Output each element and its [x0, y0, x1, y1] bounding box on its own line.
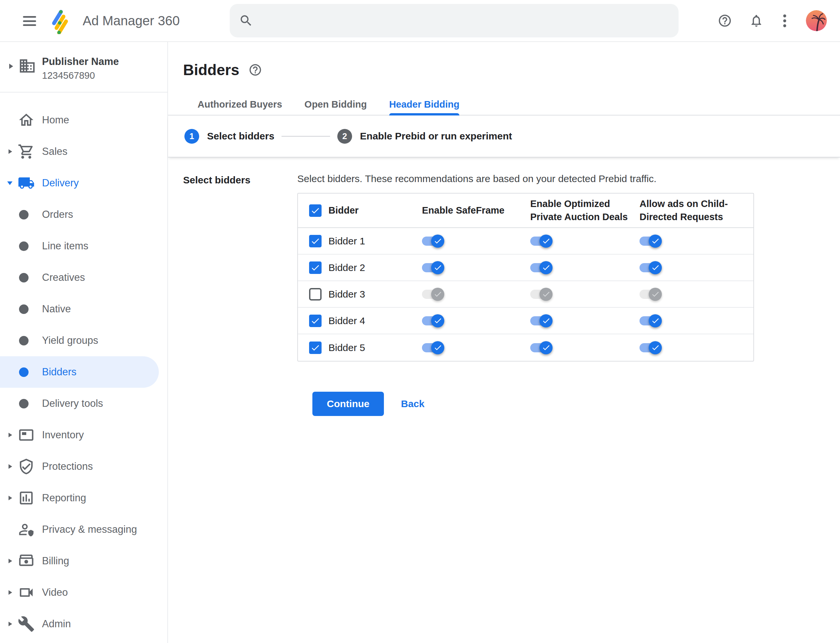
safeframe-toggle-bidder-3[interactable]	[422, 288, 444, 301]
step-connector	[281, 136, 330, 137]
expand-right-icon[interactable]	[8, 149, 12, 154]
truck-icon	[18, 175, 35, 192]
column-header-child-directed: Allow ads on Child-Directed Requests	[639, 197, 753, 223]
safeframe-toggle-bidder-5[interactable]	[422, 341, 444, 354]
bidder-name: Bidder 5	[328, 342, 422, 353]
sidebar-item-orders[interactable]: Orders	[0, 199, 167, 230]
page-help-icon[interactable]	[248, 63, 262, 77]
optimized-deals-toggle-bidder-2[interactable]	[530, 261, 552, 274]
step-2: 2 Enable Prebid or run experiment	[337, 129, 512, 144]
sidebar-item-yield-groups[interactable]: Yield groups	[0, 325, 167, 356]
child-directed-toggle-bidder-5[interactable]	[639, 341, 662, 354]
toggle-thumb	[649, 261, 662, 274]
bullet-icon	[19, 399, 29, 408]
bidder-name: Bidder 1	[328, 235, 422, 247]
toggle-thumb	[431, 261, 444, 274]
bidder-name: Bidder 3	[328, 289, 422, 300]
sidebar-item-creatives[interactable]: Creatives	[0, 262, 167, 293]
toggle-thumb	[431, 235, 444, 248]
sidebar-item-video[interactable]: Video	[0, 577, 167, 608]
toggle-thumb	[431, 341, 444, 354]
tab-header-bidding[interactable]: Header Bidding	[389, 94, 459, 115]
expand-right-icon[interactable]	[8, 559, 12, 563]
account-avatar[interactable]	[806, 10, 827, 31]
expand-right-icon[interactable]	[8, 590, 12, 595]
expand-right-icon[interactable]	[8, 433, 12, 437]
more-options-icon[interactable]	[781, 15, 789, 27]
section-label: Select bidders	[183, 173, 297, 416]
notifications-icon[interactable]	[749, 13, 763, 28]
expand-right-icon[interactable]	[8, 464, 12, 469]
sidebar-menu: HomeSalesDeliveryOrdersLine itemsCreativ…	[0, 93, 167, 640]
toggle-thumb	[539, 235, 552, 248]
search-bar[interactable]	[230, 4, 678, 38]
sidebar-item-reporting[interactable]: Reporting	[0, 482, 167, 514]
optimized-deals-toggle-bidder-5[interactable]	[530, 341, 552, 354]
safeframe-toggle-bidder-4[interactable]	[422, 314, 444, 327]
sidebar-item-admin[interactable]: Admin	[0, 608, 167, 640]
table-row-bidder-4: Bidder 4	[298, 308, 753, 334]
main-content: Bidders Authorized Buyers Open Bidding H…	[168, 42, 840, 643]
optimized-deals-toggle-bidder-4[interactable]	[530, 314, 552, 327]
publisher-switcher[interactable]: Publisher Name 1234567890	[0, 42, 167, 93]
sidebar-item-label: Bidders	[0, 366, 77, 378]
continue-button[interactable]: Continue	[312, 392, 384, 416]
bullet-icon	[19, 367, 29, 377]
toggle-thumb	[539, 261, 552, 274]
toggle-thumb	[539, 341, 552, 354]
home-icon	[18, 111, 35, 129]
search-input[interactable]	[260, 11, 678, 31]
row-checkbox-bidder-1[interactable]	[309, 235, 322, 247]
child-directed-toggle-bidder-4[interactable]	[639, 314, 662, 327]
section-description: Select bidders. These recommendations ar…	[297, 173, 754, 184]
row-checkbox-bidder-3[interactable]	[309, 288, 322, 300]
sidebar-item-billing[interactable]: Billing	[0, 545, 167, 577]
expand-right-icon[interactable]	[8, 622, 12, 626]
tab-authorized-buyers[interactable]: Authorized Buyers	[198, 94, 282, 115]
child-directed-toggle-bidder-2[interactable]	[639, 261, 662, 274]
admin-icon	[18, 615, 35, 633]
tab-open-bidding[interactable]: Open Bidding	[304, 94, 367, 115]
safeframe-toggle-bidder-2[interactable]	[422, 261, 444, 274]
select-all-checkbox[interactable]	[309, 204, 322, 217]
publisher-expand-icon[interactable]	[9, 64, 13, 69]
back-button[interactable]: Back	[401, 398, 425, 410]
child-directed-toggle-bidder-3[interactable]	[639, 288, 662, 301]
sidebar-nav: Publisher Name 1234567890 HomeSalesDeliv…	[0, 42, 168, 643]
table-row-bidder-5: Bidder 5	[298, 334, 753, 361]
optimized-deals-toggle-bidder-3[interactable]	[530, 288, 552, 301]
sidebar-item-line-items[interactable]: Line items	[0, 230, 167, 262]
sidebar-item-bidders[interactable]: Bidders	[0, 356, 159, 388]
row-checkbox-bidder-2[interactable]	[309, 261, 322, 274]
page-title: Bidders	[183, 61, 239, 79]
child-directed-toggle-bidder-1[interactable]	[639, 235, 662, 248]
sidebar-item-label: Orders	[0, 209, 73, 220]
menu-icon[interactable]	[23, 16, 36, 26]
sidebar-item-protections[interactable]: Protections	[0, 451, 167, 482]
sidebar-item-label: Protections	[0, 460, 93, 472]
table-row-bidder-1: Bidder 1	[298, 228, 753, 255]
bidder-name: Bidder 4	[328, 315, 422, 326]
step-1: 1 Select bidders	[185, 129, 274, 144]
optimized-deals-toggle-bidder-1[interactable]	[530, 235, 552, 248]
toggle-thumb	[649, 341, 662, 354]
row-checkbox-bidder-5[interactable]	[309, 341, 322, 354]
bullet-icon	[19, 304, 29, 314]
sidebar-item-delivery-tools[interactable]: Delivery tools	[0, 388, 167, 419]
cart-icon	[18, 143, 35, 160]
tab-bar: Authorized Buyers Open Bidding Header Bi…	[168, 94, 840, 116]
collapse-down-icon[interactable]	[7, 181, 13, 185]
sidebar-item-sales[interactable]: Sales	[0, 136, 167, 167]
column-header-bidder: Bidder	[328, 204, 422, 217]
row-checkbox-bidder-4[interactable]	[309, 315, 322, 327]
sidebar-item-delivery[interactable]: Delivery	[0, 167, 167, 199]
sidebar-item-inventory[interactable]: Inventory	[0, 419, 167, 451]
sidebar-item-privacy-and-messaging[interactable]: Privacy & messaging	[0, 514, 167, 545]
sidebar-item-home[interactable]: Home	[0, 104, 167, 136]
sidebar-item-native[interactable]: Native	[0, 293, 167, 325]
help-icon[interactable]	[717, 13, 732, 28]
expand-right-icon[interactable]	[8, 496, 12, 500]
building-icon	[18, 57, 36, 76]
sidebar-item-label: Delivery tools	[0, 398, 103, 410]
safeframe-toggle-bidder-1[interactable]	[422, 235, 444, 248]
